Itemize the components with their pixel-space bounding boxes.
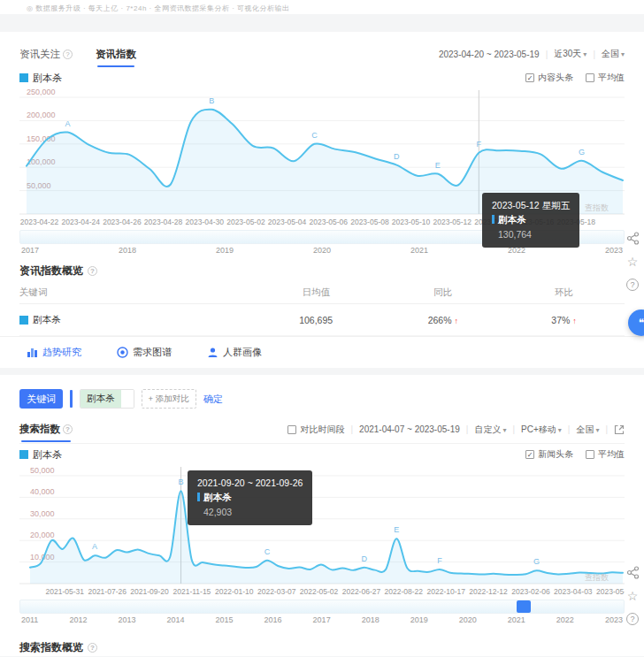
svg-text:G: G	[533, 557, 540, 566]
average-checkbox[interactable]: 平均值	[586, 448, 625, 461]
svg-text:D: D	[394, 152, 400, 161]
chart-tooltip: 2023-05-12 星期五 剧本杀 130,764	[482, 193, 579, 248]
tooltip-series-bar	[197, 493, 200, 501]
keyword-bar: 关键词 剧本杀 + 添加对比 确定	[19, 382, 625, 416]
news-index-controls: 2023-04-20 ~ 2023-05-19 | 近30天▾ | 全国▾	[439, 48, 625, 60]
timeline-year-label: 2014	[166, 615, 184, 624]
device-select[interactable]: PC+移动▾	[521, 424, 562, 436]
chevron-down-icon: ▾	[595, 426, 599, 434]
favorite-star-icon[interactable]: ☆	[627, 256, 639, 268]
timeline-years: 2011201220132014201520162017201820192020…	[19, 614, 625, 626]
expand-icon[interactable]	[614, 424, 625, 435]
legend-color-swatch	[19, 73, 28, 82]
svg-text:2023-04-24: 2023-04-24	[61, 218, 100, 226]
svg-text:2023-04-30: 2023-04-30	[186, 218, 225, 226]
time-range-slider[interactable]	[19, 600, 625, 614]
radar-dot-icon	[117, 347, 128, 358]
range-select[interactable]: 近30天▾	[554, 48, 586, 60]
tab-news-index[interactable]: 资讯指数	[96, 48, 136, 61]
nav-demand-map[interactable]: 需求图谱	[117, 346, 172, 359]
svg-text:F: F	[477, 140, 482, 149]
region-select[interactable]: 全国▾	[602, 48, 625, 60]
keyword-chip[interactable]: 剧本杀	[80, 389, 134, 409]
timeline-year-label: 2018	[119, 246, 136, 255]
nav-audience-label: 人群画像	[223, 346, 262, 359]
headline-checkbox[interactable]: ✓ 内容头条	[525, 72, 573, 84]
timeline-year-label: 2021	[508, 615, 525, 624]
question-icon[interactable]: ?	[626, 613, 639, 625]
divider: |	[605, 424, 608, 434]
svg-text:B: B	[179, 477, 184, 486]
average-checkbox[interactable]: 平均值	[586, 72, 625, 84]
table-row[interactable]: 剧本杀 106,695 266% ↑ 37% ↑	[19, 304, 625, 336]
svg-text:2023-02-06: 2023-02-06	[511, 587, 550, 596]
tab-search-index[interactable]: 搜索指数 ?	[19, 423, 73, 436]
svg-text:2022-06-27: 2022-06-27	[342, 587, 381, 596]
keyword-chip-label: 剧本杀	[80, 390, 121, 408]
news-index-chart[interactable]: 50,000100,000150,000200,000250,000ABCDEF…	[19, 88, 625, 228]
bar-chart-icon	[27, 347, 38, 358]
svg-text:2023-05-04: 2023-05-04	[268, 218, 307, 226]
chart-options: ✓ 内容头条 平均值	[525, 72, 625, 84]
svg-text:2023-04-28: 2023-04-28	[144, 218, 183, 226]
tooltip-series-name: 剧本杀	[498, 212, 526, 226]
news-headline-checkbox[interactable]: ✓ 新闻头条	[525, 448, 573, 461]
row-keyword: 剧本杀	[33, 314, 61, 326]
share-icon[interactable]	[626, 566, 640, 579]
tooltip-series-name: 剧本杀	[203, 490, 232, 504]
compare-period-label: 对比时间段	[300, 424, 344, 436]
legend-keyword-label: 剧本杀	[33, 448, 62, 462]
next-section-title: 搜索指数概览 ?	[19, 638, 625, 656]
region-select[interactable]: 全国▾	[576, 424, 599, 436]
timeline-year-label: 2023	[605, 615, 623, 624]
help-icon[interactable]: ?	[63, 424, 73, 434]
legend-keyword-label: 剧本杀	[33, 72, 62, 85]
chart-options: ✓ 新闻头条 平均值	[525, 448, 625, 461]
custom-range-select[interactable]: 自定义▾	[474, 424, 506, 436]
svg-text:E: E	[435, 161, 441, 170]
question-icon[interactable]: ?	[626, 279, 639, 291]
svg-text:2022-05-02: 2022-05-02	[300, 587, 339, 596]
keyword-input[interactable]	[121, 390, 134, 408]
chart-watermark: 查指数	[585, 202, 609, 214]
tooltip-value: 42,903	[197, 505, 303, 519]
chevron-down-icon: ▾	[558, 426, 562, 434]
svg-text:50,000: 50,000	[30, 466, 55, 475]
timeline-year-label: 2017	[313, 615, 331, 624]
svg-text:2021-09-20: 2021-09-20	[130, 587, 169, 596]
search-legend-row: 剧本杀 ✓ 新闻头条 平均值	[19, 444, 625, 465]
divider: |	[546, 50, 548, 59]
search-index-card: 关键词 剧本杀 + 添加对比 确定 搜索指数 ? 对比时间段 | 2021-04…	[0, 375, 644, 656]
search-index-chart[interactable]: 10,00020,00030,00040,00050,000ABCDEFG202…	[19, 465, 625, 598]
favorite-star-icon[interactable]: ☆	[627, 590, 639, 602]
help-icon[interactable]: ?	[88, 643, 97, 653]
date-range-label: 2021-04-07 ~ 2023-05-19	[359, 424, 460, 434]
tooltip-value: 130,764	[492, 227, 570, 241]
chevron-down-icon: ▾	[583, 50, 586, 58]
help-icon[interactable]: ?	[63, 50, 73, 59]
svg-text:A: A	[65, 119, 70, 128]
average-checkbox-label: 平均值	[598, 448, 625, 461]
svg-text:2023-05-10: 2023-05-10	[392, 218, 431, 226]
svg-text:2022-10-17: 2022-10-17	[426, 587, 465, 596]
side-toolbar: ☆ ?	[623, 566, 642, 625]
divider: |	[593, 50, 595, 59]
nav-trend-research[interactable]: 趋势研究	[27, 346, 81, 359]
checkbox-unchecked-icon	[288, 425, 296, 434]
news-headline-checkbox-label: 新闻头条	[538, 448, 573, 461]
tab-news-focus[interactable]: 资讯关注 ?	[19, 48, 73, 61]
svg-text:40,000: 40,000	[30, 487, 55, 496]
divider: |	[512, 424, 515, 434]
share-icon[interactable]	[626, 232, 640, 245]
svg-text:B: B	[209, 96, 214, 105]
keyword-button[interactable]: 关键词	[19, 389, 63, 409]
add-compare-button[interactable]: + 添加对比	[142, 389, 196, 409]
nav-audience-profile[interactable]: 人群画像	[207, 346, 262, 359]
side-toolbar: ☆ ?	[623, 232, 642, 291]
help-icon[interactable]: ?	[88, 266, 97, 276]
compare-period-checkbox[interactable]: 对比时间段	[288, 424, 344, 436]
slider-handle[interactable]	[517, 600, 531, 613]
svg-text:2023-05-08: 2023-05-08	[350, 218, 389, 226]
confirm-button[interactable]: 确定	[203, 393, 223, 406]
overview-table: 关键词 日均值 同比 环比 剧本杀 106,695 266% ↑ 37% ↑	[19, 281, 625, 336]
